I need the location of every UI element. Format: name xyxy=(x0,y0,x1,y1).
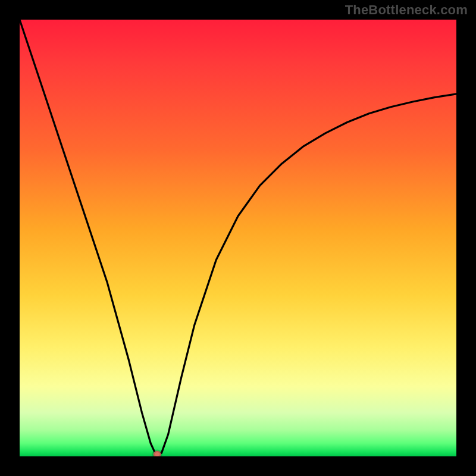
minimum-marker xyxy=(154,451,161,456)
watermark-text: TheBottleneck.com xyxy=(345,2,468,18)
chart-frame: TheBottleneck.com xyxy=(0,0,476,476)
marker-layer xyxy=(20,20,456,456)
plot-area xyxy=(20,20,456,456)
